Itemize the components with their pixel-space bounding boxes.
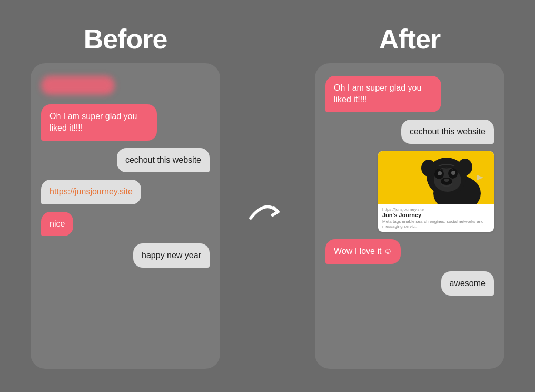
before-message-2: Oh I am super glad you liked it!!!! <box>41 104 210 141</box>
main-container: Before Oh I am super glad you liked it!!… <box>9 23 526 369</box>
preview-url: https://junsjourney.site <box>382 207 490 212</box>
svg-point-9 <box>444 179 449 182</box>
before-message-5: nice <box>41 212 210 236</box>
after-bubble-right-cechout: cechout this website <box>401 120 494 144</box>
before-phone: Oh I am super glad you liked it!!!! cech… <box>31 63 220 369</box>
after-bubble-left-wow: Wow I love it ☺ <box>325 239 401 263</box>
bubble-right-cechout: cechout this website <box>117 148 210 172</box>
after-bubble-right-awesome: awesome <box>441 271 494 296</box>
bubble-right-happynewyear: happy new year <box>133 243 210 268</box>
before-title: Before <box>84 23 167 55</box>
after-message-3-preview: https://junsjourney.site Jun's Journey M… <box>325 151 494 232</box>
preview-description: Meta tags enable search engines, social … <box>382 219 490 229</box>
svg-point-11 <box>458 159 472 175</box>
before-message-4: https://junsjourney.site <box>41 180 210 204</box>
bubble-left-nice: nice <box>41 212 73 236</box>
before-message-3: cechout this website <box>41 148 210 172</box>
after-bubble-left-glad: Oh I am super glad you liked it!!!! <box>325 76 441 112</box>
preview-card-info: https://junsjourney.site Jun's Journey M… <box>378 204 494 232</box>
before-message-1 <box>41 76 210 97</box>
svg-point-10 <box>421 160 436 177</box>
link-preview-card[interactable]: https://junsjourney.site Jun's Journey M… <box>378 151 494 232</box>
after-message-4: Wow I love it ☺ <box>325 239 494 263</box>
after-title: After <box>379 23 440 55</box>
svg-point-7 <box>451 171 455 175</box>
pug-dog-image <box>389 151 483 204</box>
after-message-1: Oh I am super glad you liked it!!!! <box>325 76 494 112</box>
after-section: After Oh I am super glad you liked it!!!… <box>294 23 526 369</box>
bubble-link[interactable]: https://junsjourney.site <box>41 180 141 204</box>
after-message-2: cechout this website <box>325 120 494 144</box>
preview-image <box>378 151 494 204</box>
blurred-bubble <box>41 76 115 95</box>
after-phone: Oh I am super glad you liked it!!!! cech… <box>315 63 504 369</box>
after-message-5: awesome <box>325 271 494 296</box>
arrow-container <box>241 159 294 233</box>
before-section: Before Oh I am super glad you liked it!!… <box>9 23 241 369</box>
arrow-icon <box>246 191 289 233</box>
bubble-left-glad: Oh I am super glad you liked it!!!! <box>41 104 157 141</box>
preview-title: Jun's Journey <box>382 212 490 218</box>
svg-point-5 <box>438 171 442 175</box>
before-message-6: happy new year <box>41 243 210 268</box>
